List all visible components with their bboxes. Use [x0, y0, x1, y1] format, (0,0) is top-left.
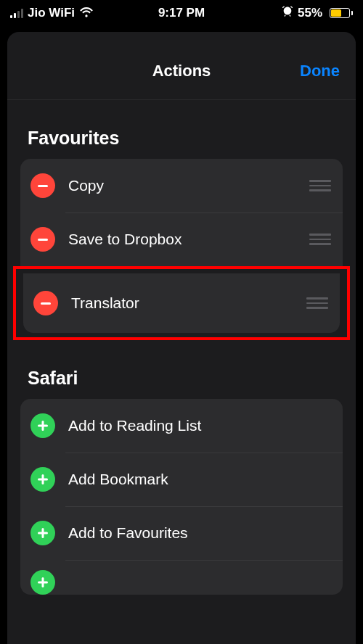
plus-icon [38, 528, 48, 538]
status-time: 9:17 PM [158, 6, 205, 20]
status-right: 55% [282, 6, 353, 20]
plus-icon [38, 474, 48, 484]
row-label: Add Bookmark [68, 470, 331, 489]
highlighted-row-annotation: Translator [13, 266, 350, 340]
carrier-label: Jio WiFi [28, 6, 75, 20]
content-scroll[interactable]: Favourites Copy Save to Dropbox [7, 100, 356, 595]
drag-handle-icon[interactable] [305, 297, 328, 309]
list-item[interactable]: Add to Reading List [20, 399, 343, 453]
row-label: Translator [71, 294, 305, 313]
row-label: Add to Favourites [68, 524, 331, 542]
row-label: Save to Dropbox [68, 230, 308, 249]
favourites-group: Copy Save to Dropbox [20, 159, 343, 266]
minus-icon [38, 239, 48, 241]
actions-sheet: Actions Done Favourites Copy Save to Dro… [7, 32, 356, 644]
add-button[interactable] [30, 467, 55, 492]
add-button[interactable] [30, 570, 55, 595]
drag-handle-icon[interactable] [308, 234, 331, 245]
add-button[interactable] [30, 521, 55, 545]
list-item[interactable] [20, 560, 343, 595]
list-item[interactable]: Add Bookmark [20, 453, 343, 506]
row-label: Add to Reading List [68, 416, 331, 435]
page-title: Actions [152, 62, 211, 80]
section-header-favourites: Favourites [13, 100, 350, 159]
list-item[interactable]: Copy [20, 159, 343, 212]
remove-button[interactable] [30, 173, 55, 198]
cellular-signal-icon [10, 9, 23, 18]
section-header-safari: Safari [13, 340, 350, 399]
list-item[interactable]: Translator [23, 273, 340, 333]
add-button[interactable] [30, 413, 55, 438]
drag-handle-icon[interactable] [308, 180, 331, 191]
alarm-icon [282, 6, 293, 20]
list-item[interactable]: Save to Dropbox [20, 212, 343, 266]
plus-icon [38, 421, 48, 431]
safari-group: Add to Reading List Add Bookmark Add to … [20, 399, 343, 595]
row-label: Copy [68, 176, 308, 195]
remove-button[interactable] [30, 227, 55, 252]
status-left: Jio WiFi [10, 6, 94, 20]
nav-bar: Actions Done [7, 42, 356, 100]
plus-icon [38, 577, 48, 587]
wifi-icon [79, 7, 94, 20]
minus-icon [38, 185, 48, 187]
remove-button[interactable] [33, 291, 58, 315]
status-bar: Jio WiFi 9:17 PM 55% [0, 0, 363, 26]
minus-icon [41, 302, 51, 305]
battery-percent: 55% [298, 6, 322, 20]
done-button[interactable]: Done [300, 62, 340, 80]
battery-icon [327, 8, 353, 18]
list-item[interactable]: Add to Favourites [20, 506, 343, 560]
